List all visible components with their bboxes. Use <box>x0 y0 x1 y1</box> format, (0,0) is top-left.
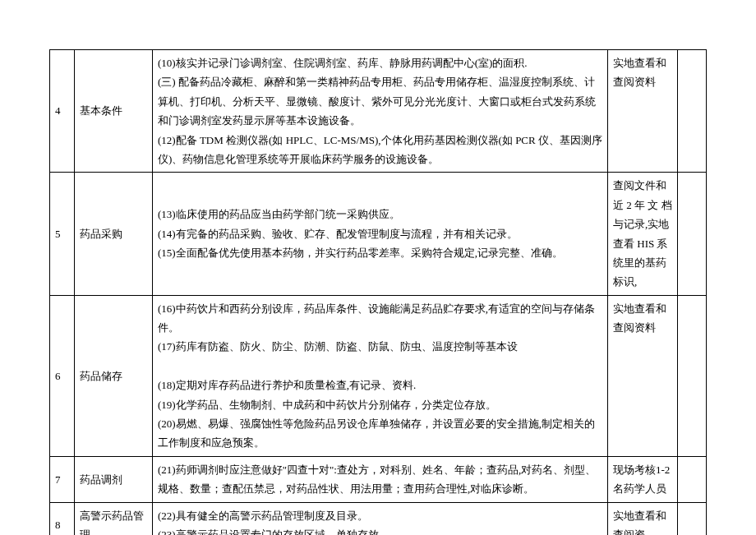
content-line <box>158 263 602 282</box>
row-category: 基本条件 <box>75 50 153 173</box>
document-table: 4基本条件 (10)核实并记录门诊调剂室、住院调剂室、药库、静脉用药调配中心(室… <box>49 49 707 535</box>
row-category: 药品储存 <box>75 295 153 456</box>
row-category: 药品调剂 <box>75 456 153 502</box>
content-line: (13)临床使用的药品应当由药学部门统一采购供应。 <box>158 205 602 224</box>
table-row: 4基本条件 (10)核实并记录门诊调剂室、住院调剂室、药库、静脉用药调配中心(室… <box>50 50 707 173</box>
content-line: (17)药库有防盗、防火、防尘、防潮、防盗、防鼠、防虫、温度控制等基本设 <box>158 337 602 356</box>
row-note: 查阅文件和近 2 年 文 档与记录,实地查看 HIS 系统里的基药标识, <box>608 173 678 295</box>
row-content: (10)核实并记录门诊调剂室、住院调剂室、药库、静脉用药调配中心(室)的面积. … <box>153 50 608 173</box>
content-line <box>158 186 602 205</box>
table-row: 8高警示药品管理 (22)具有健全的高警示药品管理制度及目录。 (23)高警示药… <box>50 502 707 535</box>
content-line: (18)定期对库存药品进行养护和质量检查,有记录、资料. <box>158 376 602 394</box>
row-note: 实地查看和查阅资料 <box>608 50 678 173</box>
row-empty <box>678 173 707 295</box>
content-line: (12)配备 TDM 检测仪器(如 HPLC、LC-MS/MS),个体化用药基因… <box>158 131 602 169</box>
table-row: 5药品采购 (13)临床使用的药品应当由药学部门统一采购供应。 (14)有完备的… <box>50 173 707 295</box>
row-content: (22)具有健全的高警示药品管理制度及目录。 (23)高警示药品设置专门的存放区… <box>153 502 608 535</box>
row-number: 5 <box>50 173 75 295</box>
row-content: (13)临床使用的药品应当由药学部门统一采购供应。 (14)有完备的药品采购、验… <box>153 173 608 295</box>
content-line: (23)高警示药品设置专门的存放区域，单独存放。 <box>158 525 602 535</box>
content-line: (10)核实并记录门诊调剂室、住院调剂室、药库、静脉用药调配中心(室)的面积. <box>158 53 602 72</box>
row-content: (16)中药饮片和西药分别设库，药品库条件、设施能满足药品贮存要求,有适宜的空间… <box>153 295 608 456</box>
content-line: (三) 配备药品冷藏柜、麻醉和第一类精神药品专用柜、药品专用储存柜、温湿度控制系… <box>158 72 602 130</box>
row-empty <box>678 456 707 502</box>
row-content: (21)药师调剂时应注意做好"四查十对":查处方，对科别、姓名、年龄；查药品,对… <box>153 456 608 502</box>
content-line <box>158 357 602 376</box>
content-line: (14)有完备的药品采购、验收、贮存、配发管理制度与流程，并有相关记录。 <box>158 224 602 243</box>
content-line: (16)中药饮片和西药分别设库，药品库条件、设施能满足药品贮存要求,有适宜的空间… <box>158 299 602 338</box>
table-row: 7药品调剂 (21)药师调剂时应注意做好"四查十对":查处方，对科别、姓名、年龄… <box>50 456 707 502</box>
row-number: 6 <box>50 295 75 456</box>
row-number: 8 <box>50 502 75 535</box>
row-note: 实地查看和查阅资料 <box>608 295 678 456</box>
row-empty <box>678 295 707 456</box>
content-line: (15)全面配备优先使用基本药物，并实行药品零差率。采购符合规定,记录完整、准确… <box>158 243 602 262</box>
row-note: 现场考核1-2 名药学人员 <box>608 456 678 502</box>
row-category: 高警示药品管理 <box>75 502 153 535</box>
row-empty <box>678 502 707 535</box>
content-line: (20)易燃、易爆、强腐蚀性等危险药品另设仓库单独储存，并设置必要的安全措施,制… <box>158 414 602 453</box>
content-line: (22)具有健全的高警示药品管理制度及目录。 <box>158 506 602 525</box>
content-line: (21)药师调剂时应注意做好"四查十对":查处方，对科别、姓名、年龄；查药品,对… <box>158 460 602 499</box>
content-line: (19)化学药品、生物制剂、中成药和中药饮片分别储存，分类定位存放。 <box>158 395 602 414</box>
row-number: 4 <box>50 50 75 173</box>
row-empty <box>678 50 707 173</box>
row-category: 药品采购 <box>75 173 153 295</box>
table-row: 6药品储存 (16)中药饮片和西药分别设库，药品库条件、设施能满足药品贮存要求,… <box>50 295 707 456</box>
row-number: 7 <box>50 456 75 502</box>
row-note: 实地查看和查阅资 <box>608 502 678 535</box>
